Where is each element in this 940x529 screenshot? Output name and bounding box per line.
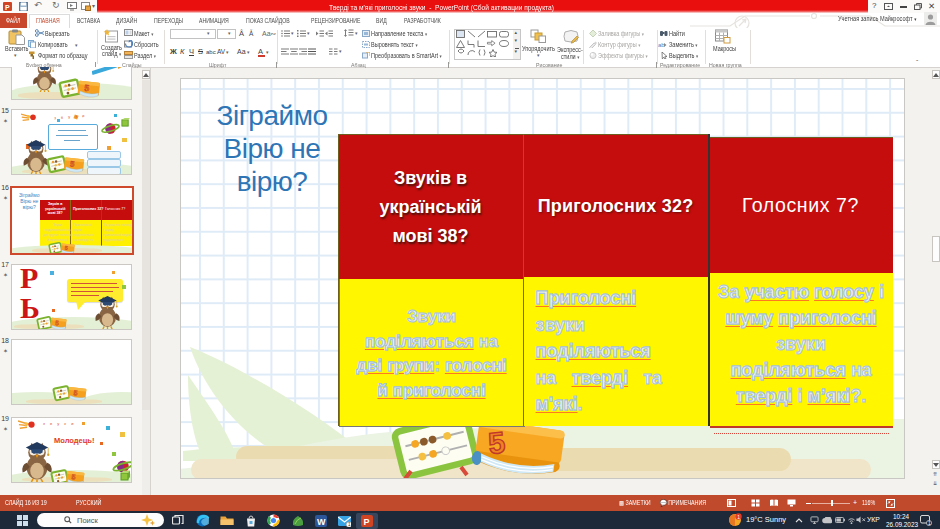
svg-text:1: 1 bbox=[928, 521, 931, 526]
svg-text:W: W bbox=[317, 516, 326, 526]
svg-text:P: P bbox=[364, 516, 370, 526]
svg-text:1: 1 bbox=[737, 515, 740, 520]
svg-text:5: 5 bbox=[487, 425, 507, 460]
